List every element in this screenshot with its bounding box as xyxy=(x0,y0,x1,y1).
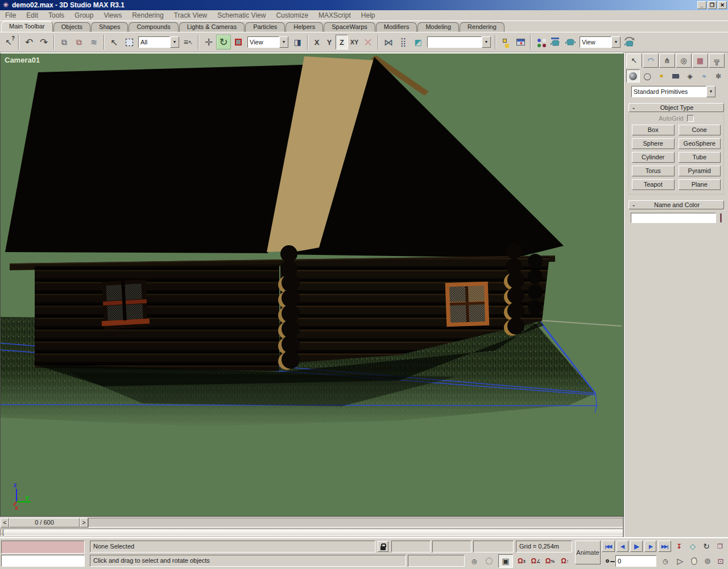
menu-maxscript[interactable]: MAXScript xyxy=(313,10,356,20)
shapes-category-button[interactable]: ◯ xyxy=(640,69,654,83)
menu-customize[interactable]: Customize xyxy=(271,10,313,20)
track-bar[interactable]: [ xyxy=(1,529,623,536)
tab-shapes[interactable]: Shapes xyxy=(91,22,128,32)
utilities-tab[interactable]: ╦ xyxy=(709,53,725,68)
previous-frame-arrow-button[interactable]: < xyxy=(1,518,9,527)
redo-button[interactable]: ↷ xyxy=(36,35,51,50)
render-type-button[interactable] xyxy=(548,35,563,50)
zoom-extents-all-button[interactable]: ◇ xyxy=(687,541,698,552)
arc-rotate-button[interactable]: ↻ xyxy=(701,541,712,552)
name-and-color-rollout-header[interactable]: - Name and Color xyxy=(628,200,724,209)
box-button[interactable]: Box xyxy=(632,125,675,135)
close-button[interactable]: ✕ xyxy=(718,1,727,9)
render-last-button[interactable] xyxy=(622,35,637,50)
menu-tools[interactable]: Tools xyxy=(43,10,69,20)
motion-tab[interactable]: ◎ xyxy=(676,53,692,68)
menu-track-view[interactable]: Track View xyxy=(169,10,213,20)
geosphere-button[interactable]: GeoSphere xyxy=(679,138,721,149)
torus-button[interactable]: Torus xyxy=(632,166,675,176)
snap-toggle-3d-button[interactable]: Ω3 xyxy=(515,555,528,567)
select-and-scale-button[interactable] xyxy=(231,35,246,50)
maxscript-mini-listener-pink[interactable] xyxy=(1,541,85,554)
quick-render-button[interactable] xyxy=(563,35,578,50)
object-type-rollout-header[interactable]: - Object Type xyxy=(628,103,724,112)
spinner-snap-toggle-button[interactable]: Ω↕ xyxy=(559,555,571,567)
chevron-down-icon[interactable]: ▼ xyxy=(170,36,179,48)
plane-button[interactable]: Plane xyxy=(679,179,721,190)
tab-modifiers[interactable]: Modifiers xyxy=(376,22,417,32)
cameras-category-button[interactable] xyxy=(669,69,682,83)
select-by-name-button[interactable]: ≡ ↖ xyxy=(181,35,196,50)
category-dropdown[interactable]: Standard Primitives ▼ xyxy=(631,86,722,97)
restrict-y-button[interactable]: Y xyxy=(323,35,336,50)
dotted-selection-button[interactable] xyxy=(483,555,495,567)
animate-button[interactable]: Animate xyxy=(575,541,601,564)
viewport-label[interactable]: Camera01 xyxy=(5,56,40,64)
cylinder-button[interactable]: Cylinder xyxy=(632,152,675,163)
go-to-end-button[interactable]: ▶▶| xyxy=(658,541,671,552)
time-slider-track[interactable] xyxy=(88,518,623,527)
menu-file[interactable]: File xyxy=(0,10,21,20)
modify-tab[interactable]: ◠ xyxy=(643,53,659,68)
chevron-down-icon[interactable]: ▼ xyxy=(706,86,715,97)
align-button[interactable]: ◩ xyxy=(411,35,425,50)
region-zoom-button[interactable]: ⊡ xyxy=(715,555,726,567)
named-selection-combo[interactable]: ▼ xyxy=(427,36,491,48)
menu-rendering[interactable]: Rendering xyxy=(127,10,168,20)
restrict-x-button[interactable]: X xyxy=(311,35,323,50)
teapot-button[interactable]: Teapot xyxy=(632,179,675,190)
undo-button[interactable]: ↶ xyxy=(22,35,36,50)
crossing-selection-toggle[interactable]: ▣ xyxy=(498,554,513,568)
tab-lights-cameras[interactable]: Lights & Cameras xyxy=(179,22,245,32)
render-type-combo[interactable]: View ▼ xyxy=(580,36,621,48)
display-tab[interactable]: ▦ xyxy=(692,53,708,68)
hierarchy-tab[interactable]: ⋔ xyxy=(659,53,675,68)
menu-schematic-view[interactable]: Schematic View xyxy=(212,10,271,20)
time-configuration-button[interactable]: ◷ xyxy=(660,555,671,567)
restore-button[interactable]: ❐ xyxy=(708,1,717,9)
minimize-button[interactable]: _ xyxy=(697,1,706,9)
select-and-move-button[interactable]: ✛ xyxy=(201,35,216,50)
next-frame-button[interactable]: |▶ xyxy=(644,541,656,552)
help-mode-button[interactable]: ↖ ? xyxy=(1,35,16,50)
tab-rendering[interactable]: Rendering xyxy=(460,22,504,32)
mirror-button[interactable]: ⋈ xyxy=(381,35,396,50)
link-button[interactable]: ⧉ xyxy=(57,35,72,50)
min-max-toggle-button[interactable]: ❐ xyxy=(714,541,726,552)
field-of-view-button[interactable]: ▷ xyxy=(675,555,686,567)
select-object-button[interactable]: ↖ xyxy=(107,35,122,50)
unlink-button[interactable]: ⧉ xyxy=(72,35,86,50)
object-name-input[interactable] xyxy=(631,213,716,223)
use-pivot-point-button[interactable]: ◨ xyxy=(290,35,305,50)
play-button[interactable]: ▶ xyxy=(630,541,643,552)
tab-helpers[interactable]: Helpers xyxy=(286,22,323,32)
chevron-down-icon[interactable]: ▼ xyxy=(611,36,621,48)
cone-button[interactable]: Cone xyxy=(679,125,721,135)
material-editor-button[interactable]: ▼ xyxy=(513,35,528,50)
restrict-z-button[interactable]: Z xyxy=(336,35,348,50)
tab-spacewarps[interactable]: SpaceWarps xyxy=(324,22,375,32)
time-tag-field[interactable] xyxy=(408,555,465,567)
tube-button[interactable]: Tube xyxy=(679,152,721,163)
geometry-category-button[interactable] xyxy=(626,69,640,83)
autogrid-checkbox[interactable] xyxy=(687,115,694,122)
create-key-button[interactable] xyxy=(602,555,613,567)
selection-lock-toggle[interactable] xyxy=(378,541,388,552)
percent-snap-toggle-button[interactable]: Ω% xyxy=(544,555,556,567)
tab-compounds[interactable]: Compounds xyxy=(129,22,178,32)
sphere-button[interactable]: Sphere xyxy=(632,138,675,149)
selection-region-button[interactable] xyxy=(122,35,136,50)
chevron-down-icon[interactable]: ▼ xyxy=(482,36,491,48)
angle-snap-toggle-button[interactable]: Ω∠ xyxy=(529,555,543,567)
current-frame-field[interactable] xyxy=(615,555,656,567)
coordinate-x-field[interactable] xyxy=(391,541,431,552)
maxscript-mini-listener-white[interactable] xyxy=(1,555,85,567)
key-mode-toggle-button[interactable]: ↧ xyxy=(673,541,685,552)
previous-frame-button[interactable]: ◀| xyxy=(617,541,628,552)
menu-help[interactable]: Help xyxy=(356,10,380,20)
go-to-start-button[interactable]: |◀◀ xyxy=(602,541,615,552)
menu-edit[interactable]: Edit xyxy=(21,10,43,20)
selection-filter-combo[interactable]: All ▼ xyxy=(138,36,179,48)
track-view-button[interactable] xyxy=(498,35,513,50)
select-and-rotate-button[interactable]: ↻ xyxy=(216,35,231,50)
